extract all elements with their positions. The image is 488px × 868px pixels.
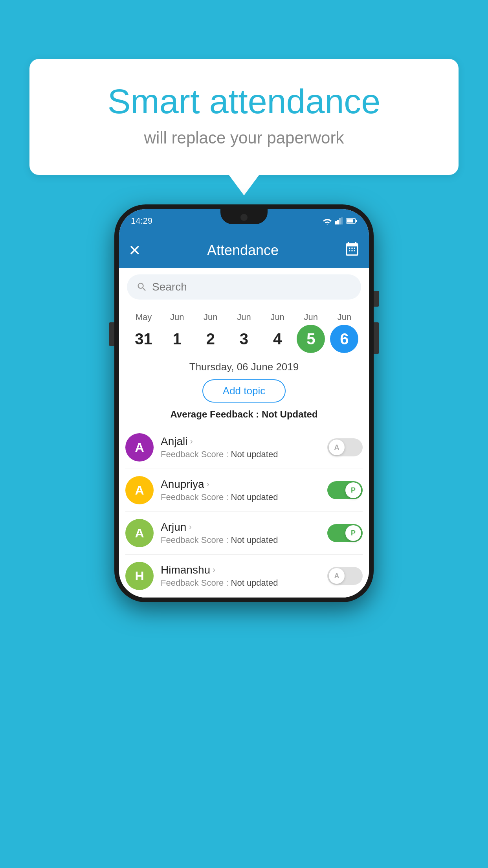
cal-date: 4 xyxy=(263,325,292,353)
chevron-icon: › xyxy=(213,565,215,575)
status-bar: 14:29 xyxy=(119,209,369,233)
calendar-day-6[interactable]: Jun6 xyxy=(330,312,358,353)
chevron-icon: › xyxy=(190,436,193,447)
calendar-day-3[interactable]: Jun3 xyxy=(230,312,258,353)
svg-rect-2 xyxy=(339,218,341,224)
search-bar[interactable] xyxy=(127,274,361,300)
attendance-toggle[interactable]: P xyxy=(327,524,363,542)
feedback-score: Feedback Score : Not updated xyxy=(161,578,320,588)
phone-frame: 14:29 xyxy=(114,204,374,602)
attendance-toggle[interactable]: A xyxy=(327,438,363,456)
cal-month: Jun xyxy=(237,312,251,322)
app-bar: ✕ Attendance xyxy=(119,233,369,268)
search-icon xyxy=(136,281,147,292)
phone-mockup: 14:29 xyxy=(114,204,374,602)
cal-month: May xyxy=(136,312,152,322)
cal-date: 1 xyxy=(163,325,191,353)
avatar: A xyxy=(125,476,154,504)
chevron-icon: › xyxy=(189,522,191,532)
bubble-subtitle: will replace your paperwork xyxy=(61,129,427,147)
avatar: A xyxy=(125,433,154,462)
bubble-title: Smart attendance xyxy=(61,83,427,121)
avg-feedback-label: Average Feedback : xyxy=(170,409,259,419)
cal-date: 6 xyxy=(330,325,358,353)
student-info: Anjali ›Feedback Score : Not updated xyxy=(161,435,320,460)
screen-content: May31Jun1Jun2Jun3Jun4Jun5Jun6 Thursday, … xyxy=(119,274,369,598)
selected-date: Thursday, 06 June 2019 xyxy=(119,353,369,378)
student-name: Anupriya › xyxy=(161,478,320,491)
add-topic-button[interactable]: Add topic xyxy=(202,379,286,403)
student-item[interactable]: AArjun ›Feedback Score : Not updatedP xyxy=(125,512,363,555)
close-button[interactable]: ✕ xyxy=(128,242,141,259)
calendar-strip: May31Jun1Jun2Jun3Jun4Jun5Jun6 xyxy=(119,306,369,353)
side-button-right-bottom xyxy=(374,322,379,354)
avg-feedback-value: Not Updated xyxy=(262,409,318,419)
student-list: AAnjali ›Feedback Score : Not updatedAAA… xyxy=(119,426,369,598)
phone-screen: 14:29 xyxy=(119,209,369,598)
toggle-knob: A xyxy=(329,440,345,455)
student-item[interactable]: AAnjali ›Feedback Score : Not updatedA xyxy=(125,426,363,469)
cal-month: Jun xyxy=(338,312,351,322)
average-feedback: Average Feedback : Not Updated xyxy=(119,409,369,426)
side-button-right-top xyxy=(374,291,379,307)
feedback-score: Feedback Score : Not updated xyxy=(161,449,320,460)
add-topic-container: Add topic xyxy=(119,378,369,409)
cal-date: 31 xyxy=(130,325,158,353)
side-button-left xyxy=(109,322,114,346)
signal-icon xyxy=(335,217,343,224)
student-item[interactable]: AAnupriya ›Feedback Score : Not updatedP xyxy=(125,469,363,512)
student-info: Himanshu ›Feedback Score : Not updated xyxy=(161,564,320,588)
notch xyxy=(220,209,268,224)
avatar: H xyxy=(125,562,154,590)
toggle-knob: P xyxy=(345,525,361,541)
cal-month: Jun xyxy=(304,312,318,322)
calendar-button[interactable] xyxy=(345,241,360,260)
svg-rect-6 xyxy=(347,219,353,223)
student-info: Anupriya ›Feedback Score : Not updated xyxy=(161,478,320,502)
feedback-score: Feedback Score : Not updated xyxy=(161,492,320,502)
toggle-knob: P xyxy=(345,482,361,498)
svg-rect-0 xyxy=(335,221,337,224)
battery-icon xyxy=(346,218,357,224)
cal-month: Jun xyxy=(170,312,184,322)
search-input[interactable] xyxy=(152,281,352,293)
student-name: Himanshu › xyxy=(161,564,320,576)
speech-bubble: Smart attendance will replace your paper… xyxy=(29,59,459,175)
app-title: Attendance xyxy=(207,242,279,259)
attendance-toggle[interactable]: P xyxy=(327,481,363,499)
cal-date: 5 xyxy=(297,325,325,353)
status-time: 14:29 xyxy=(131,216,152,226)
svg-rect-1 xyxy=(337,220,339,224)
feedback-score: Feedback Score : Not updated xyxy=(161,535,320,545)
cal-date: 3 xyxy=(230,325,258,353)
calendar-day-2[interactable]: Jun2 xyxy=(196,312,225,353)
toggle-knob: A xyxy=(329,568,345,584)
svg-rect-3 xyxy=(341,217,343,224)
student-name: Arjun › xyxy=(161,521,320,533)
student-name: Anjali › xyxy=(161,435,320,448)
wifi-icon xyxy=(323,217,332,224)
svg-rect-5 xyxy=(356,220,357,222)
calendar-day-1[interactable]: Jun1 xyxy=(163,312,191,353)
cal-month: Jun xyxy=(270,312,284,322)
attendance-toggle[interactable]: A xyxy=(327,567,363,585)
calendar-day-5[interactable]: Jun5 xyxy=(297,312,325,353)
student-info: Arjun ›Feedback Score : Not updated xyxy=(161,521,320,545)
student-item[interactable]: HHimanshu ›Feedback Score : Not updatedA xyxy=(125,555,363,598)
camera xyxy=(240,214,248,221)
status-icons xyxy=(323,217,357,224)
speech-bubble-container: Smart attendance will replace your paper… xyxy=(29,59,459,175)
cal-date: 2 xyxy=(196,325,225,353)
chevron-icon: › xyxy=(207,479,209,489)
avatar: A xyxy=(125,519,154,547)
cal-month: Jun xyxy=(204,312,217,322)
calendar-day-0[interactable]: May31 xyxy=(130,312,158,353)
calendar-day-4[interactable]: Jun4 xyxy=(263,312,292,353)
calendar-icon xyxy=(345,241,360,256)
